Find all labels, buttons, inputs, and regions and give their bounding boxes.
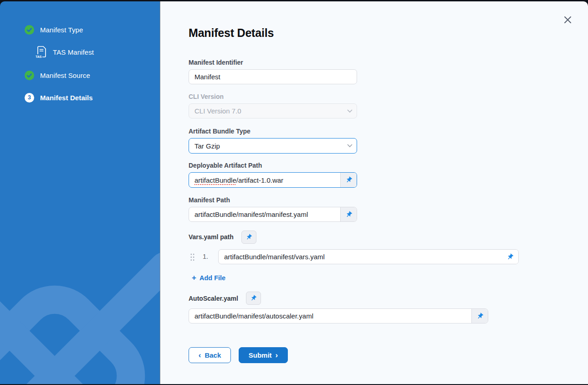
deployable-artifact-path-field-wrap: artifactBundle/artifact-1.0.war <box>189 172 357 188</box>
vars-yaml-pin-icon[interactable] <box>241 231 256 244</box>
vars-file-index: 1. <box>203 253 208 260</box>
cli-version-select: CLI Version 7.0 <box>189 103 357 118</box>
deployable-artifact-path-input[interactable]: artifactBundle/artifact-1.0.war <box>189 173 340 187</box>
deployable-artifact-path-label: Deployable Artifact Path <box>189 162 262 169</box>
step-label: Manifest Type <box>40 26 83 34</box>
step-label: Manifest Source <box>40 72 90 79</box>
tas-manifest-icon: TAS <box>36 45 47 59</box>
sidebar-item-manifest-source[interactable]: Manifest Source <box>25 70 90 80</box>
pin-icon[interactable] <box>471 309 488 323</box>
back-button-label: Back <box>205 351 221 359</box>
pin-icon[interactable] <box>340 207 357 221</box>
check-circle-icon <box>25 71 34 80</box>
sidebar-item-manifest-type[interactable]: Manifest Type <box>25 25 83 35</box>
autoscaler-input[interactable] <box>189 309 471 323</box>
vars-file-field-wrap <box>218 249 519 264</box>
manifest-path-input[interactable] <box>189 207 340 221</box>
step-label: Manifest Details <box>40 94 93 102</box>
manifest-path-field-wrap <box>189 207 357 222</box>
cli-version-label: CLI Version <box>189 93 224 100</box>
chevron-right-icon: › <box>276 351 278 359</box>
manifest-path-label: Manifest Path <box>189 196 230 204</box>
sidebar-item-tas-manifest[interactable]: TAS TAS Manifest <box>36 45 94 59</box>
submit-button-label: Submit <box>249 351 272 359</box>
brand-watermark-logo <box>0 253 160 384</box>
manifest-identifier-input[interactable] <box>189 70 357 84</box>
chevron-down-icon <box>343 139 357 153</box>
vars-file-input[interactable] <box>219 250 502 264</box>
manifest-wizard-dialog: Manifest Type TAS TAS Manifest Manifest … <box>0 1 588 384</box>
chevron-down-icon <box>343 104 357 118</box>
step-number-badge: 3 <box>25 93 34 103</box>
artifact-bundle-type-label: Artifact Bundle Type <box>189 128 251 135</box>
cli-version-value: CLI Version 7.0 <box>189 104 343 118</box>
manifest-identifier-field-wrap <box>189 69 357 84</box>
svg-text:TAS: TAS <box>36 55 42 58</box>
pin-icon[interactable] <box>502 250 518 264</box>
substep-label: TAS Manifest <box>53 48 94 56</box>
drag-handle-icon[interactable] <box>189 252 194 261</box>
sidebar-item-manifest-details[interactable]: 3 Manifest Details <box>25 92 93 103</box>
vars-yaml-path-label: Vars.yaml path <box>189 233 234 241</box>
artifact-bundle-type-value: Tar Gzip <box>189 139 343 153</box>
manifest-identifier-label: Manifest Identifier <box>189 59 243 66</box>
autoscaler-pin-icon[interactable] <box>246 292 261 305</box>
plus-icon: + <box>192 274 196 282</box>
page-title: Manifest Details <box>189 26 274 40</box>
autoscaler-field-wrap <box>189 308 488 323</box>
artifact-bundle-type-select[interactable]: Tar Gzip <box>189 138 357 154</box>
back-button[interactable]: ‹ Back <box>189 347 231 363</box>
autoscaler-label: AutoScaler.yaml <box>189 295 238 302</box>
wizard-steps-sidebar: Manifest Type TAS TAS Manifest Manifest … <box>0 1 160 384</box>
pin-icon[interactable] <box>340 173 357 187</box>
add-file-label: Add File <box>199 274 225 282</box>
close-icon[interactable] <box>562 14 573 25</box>
check-circle-icon <box>25 25 34 35</box>
add-file-button[interactable]: + Add File <box>192 274 225 282</box>
submit-button[interactable]: Submit › <box>239 347 288 363</box>
manifest-details-panel: Manifest Details Manifest Identifier CLI… <box>160 1 588 384</box>
chevron-left-icon: ‹ <box>199 351 201 359</box>
